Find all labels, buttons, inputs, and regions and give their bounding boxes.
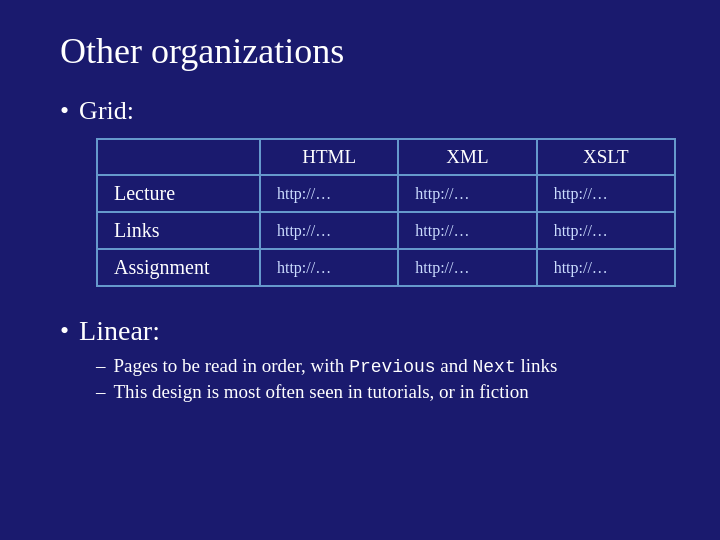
row-links-xslt: http://… [537, 212, 675, 249]
grid-bullet-dot: • [60, 96, 69, 126]
table-header-row: HTML XML XSLT [97, 139, 675, 175]
row-assignment-html: http://… [260, 249, 398, 286]
sub-bullet-2: – This design is most often seen in tuto… [96, 381, 660, 403]
table-header-xslt: XSLT [537, 139, 675, 175]
slide: Other organizations • Grid: HTML XML XSL… [0, 0, 720, 540]
grid-table: HTML XML XSLT Lecture http://… http://… … [96, 138, 676, 287]
row-links-html: http://… [260, 212, 398, 249]
row-links-xml: http://… [398, 212, 536, 249]
row-label-assignment: Assignment [97, 249, 260, 286]
table-header-html: HTML [260, 139, 398, 175]
row-lecture-html: http://… [260, 175, 398, 212]
previous-link: Previous [349, 357, 435, 377]
sub-bullet-dash-1: – [96, 355, 106, 377]
linear-bullet-label: • Linear: [60, 315, 660, 347]
grid-bullet-label: • Grid: [60, 96, 660, 126]
row-lecture-xml: http://… [398, 175, 536, 212]
table-header-xml: XML [398, 139, 536, 175]
table-row: Lecture http://… http://… http://… [97, 175, 675, 212]
table-row: Assignment http://… http://… http://… [97, 249, 675, 286]
row-label-lecture: Lecture [97, 175, 260, 212]
row-assignment-xslt: http://… [537, 249, 675, 286]
sub-bullet-2-text: This design is most often seen in tutori… [114, 381, 529, 403]
next-link: Next [472, 357, 515, 377]
sub-bullets: – Pages to be read in order, with Previo… [96, 355, 660, 403]
sub-bullet-1: – Pages to be read in order, with Previo… [96, 355, 660, 377]
row-label-links: Links [97, 212, 260, 249]
linear-bullet-dot: • [60, 316, 69, 346]
grid-label-text: Grid: [79, 96, 134, 126]
table-row: Links http://… http://… http://… [97, 212, 675, 249]
slide-title: Other organizations [60, 30, 660, 72]
row-assignment-xml: http://… [398, 249, 536, 286]
table-header-empty [97, 139, 260, 175]
grid-section: • Grid: HTML XML XSLT Lecture http://… h… [60, 96, 660, 287]
sub-bullet-dash-2: – [96, 381, 106, 403]
row-lecture-xslt: http://… [537, 175, 675, 212]
linear-label-text: Linear: [79, 315, 160, 347]
sub-bullet-1-text: Pages to be read in order, with Previous… [114, 355, 558, 377]
linear-section: • Linear: – Pages to be read in order, w… [60, 315, 660, 403]
